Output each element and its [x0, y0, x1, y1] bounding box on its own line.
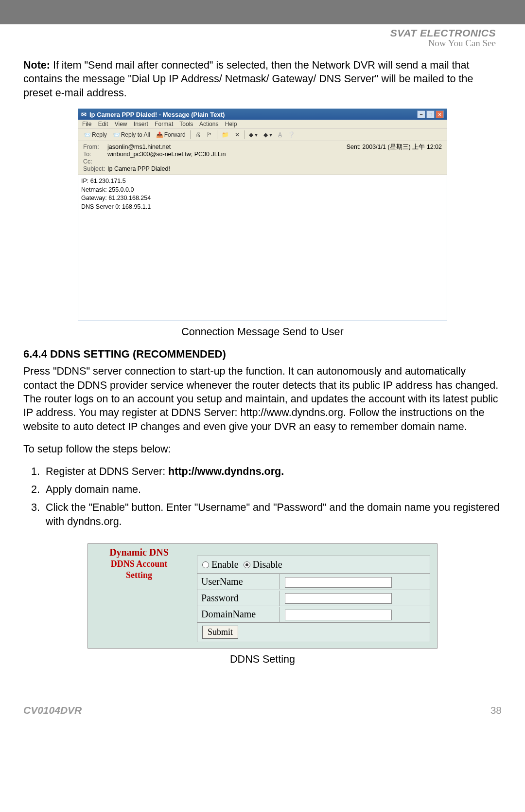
enable-radio[interactable]: [202, 561, 209, 568]
username-input[interactable]: [285, 577, 392, 588]
menu-edit[interactable]: Edit: [98, 121, 108, 127]
caption-connection-msg: Connection Message Send to User: [23, 326, 502, 338]
domainname-row: DomainName: [197, 606, 430, 623]
note-label: Note:: [23, 59, 50, 71]
forward-button[interactable]: 📤Forward: [155, 131, 187, 138]
prev-icon[interactable]: ◆ ▾: [247, 131, 259, 138]
list-item: Register at DDNS Server: http://www.dynd…: [43, 465, 502, 479]
cc-label: Cc:: [83, 158, 107, 165]
password-row: Password: [197, 590, 430, 607]
ddns-form: Enable Disable UserName Password DomainN…: [190, 544, 437, 648]
ddns-panel: Dynamic DNS DDNS Account Setting Enable …: [88, 543, 438, 649]
reply-button[interactable]: 📨Reply: [82, 131, 108, 138]
brand-header: SVAT ELECTRONICS Now You Can See: [0, 24, 525, 49]
note-text: If item "Send mail after connected" is s…: [23, 59, 473, 99]
disable-label: Disable: [253, 559, 282, 570]
subject-value: Ip Camera PPP Dialed!: [107, 165, 170, 172]
page-footer: CV0104DVR 38: [0, 690, 525, 726]
note-paragraph: Note: If item "Send mail after connected…: [23, 58, 502, 100]
print-icon[interactable]: 🖨: [193, 131, 202, 138]
menu-insert[interactable]: Insert: [134, 121, 148, 127]
menu-help[interactable]: Help: [225, 121, 237, 127]
domainname-input[interactable]: [285, 610, 392, 620]
menu-actions[interactable]: Actions: [199, 121, 218, 127]
list-item: Click the "Enable" button. Enter "Userna…: [43, 501, 502, 529]
body-line: DNS Server 0: 168.95.1.1: [81, 203, 444, 212]
enable-label: Enable: [211, 559, 239, 570]
move-icon[interactable]: 📁: [220, 131, 230, 138]
top-grey-bar: [0, 0, 525, 24]
ddns-h2b: Setting: [88, 570, 190, 580]
section-heading: 6.4.4 DDNS SETTING (RECOMMENDED): [23, 348, 502, 361]
help-icon[interactable]: ❔: [286, 131, 297, 138]
ddns-sidebar: Dynamic DNS DDNS Account Setting: [88, 544, 190, 648]
email-menubar: File Edit View Insert Format Tools Actio…: [78, 120, 447, 129]
steps-intro: To setup follow the steps below:: [23, 442, 502, 456]
body-line: Gateway: 61.230.168.254: [81, 194, 444, 203]
to-value: winbond_pc300@so-net.net.tw; PC30 JLLin: [107, 151, 226, 158]
brand-name: SVAT ELECTRONICS: [0, 27, 496, 39]
font-icon[interactable]: A̲: [277, 131, 283, 138]
domainname-label: DomainName: [197, 607, 280, 622]
minimize-icon[interactable]: –: [417, 110, 425, 118]
email-window: ✉ Ip Camera PPP Dialed! - Message (Plain…: [78, 108, 447, 321]
delete-icon[interactable]: ✕: [233, 131, 241, 138]
ddns-h2a: DDNS Account: [88, 559, 190, 569]
footer-page: 38: [490, 704, 502, 716]
username-label: UserName: [197, 574, 280, 589]
subject-label: Subject:: [83, 165, 107, 172]
username-row: UserName: [197, 574, 430, 590]
replyall-button[interactable]: 📨Reply to All: [111, 131, 152, 138]
footer-model: CV0104DVR: [23, 704, 82, 716]
submit-button[interactable]: Submit: [202, 626, 238, 639]
menu-format[interactable]: Format: [155, 121, 173, 127]
menu-file[interactable]: File: [82, 121, 91, 127]
disable-radio[interactable]: [244, 561, 250, 568]
from-value: jasonlin@ms1.hinet.net: [107, 144, 171, 150]
submit-row: Submit: [197, 623, 430, 642]
close-icon[interactable]: ×: [436, 110, 444, 118]
body-line: Netmask: 255.0.0.0: [81, 186, 444, 195]
email-body: IP: 61.230.171.5 Netmask: 255.0.0.0 Gate…: [78, 175, 447, 321]
mail-icon: ✉: [81, 111, 87, 118]
to-label: To:: [83, 151, 107, 158]
from-label: From:: [83, 144, 107, 150]
flag-icon[interactable]: 🏳: [205, 131, 214, 138]
maximize-icon[interactable]: □: [426, 110, 435, 118]
steps-list: Register at DDNS Server: http://www.dynd…: [26, 465, 502, 529]
sent-line: Sent: 2003/1/1 (星期三) 上午 12:02: [347, 143, 442, 173]
email-toolbar: 📨Reply 📨Reply to All 📤Forward 🖨 🏳 📁 ✕ ◆ …: [78, 129, 447, 141]
password-input[interactable]: [285, 593, 392, 604]
ddns-h1: Dynamic DNS: [88, 547, 190, 558]
brand-tagline: Now You Can See: [0, 38, 496, 49]
email-titlebar: ✉ Ip Camera PPP Dialed! - Message (Plain…: [78, 109, 447, 120]
password-label: Password: [197, 591, 280, 606]
list-item: Apply domain name.: [43, 483, 502, 497]
body-line: IP: 61.230.171.5: [81, 177, 444, 186]
menu-view[interactable]: View: [115, 121, 127, 127]
caption-ddns: DDNS Setting: [23, 653, 502, 666]
menu-tools[interactable]: Tools: [179, 121, 193, 127]
next-icon[interactable]: ◆ ▾: [262, 131, 274, 138]
email-headers: From:jasonlin@ms1.hinet.net To:winbond_p…: [78, 141, 447, 175]
email-title: Ip Camera PPP Dialed! - Message (Plain T…: [89, 111, 225, 118]
enable-disable-row: Enable Disable: [197, 556, 430, 574]
ddns-paragraph: Press "DDNS" server connection to start-…: [23, 364, 502, 433]
